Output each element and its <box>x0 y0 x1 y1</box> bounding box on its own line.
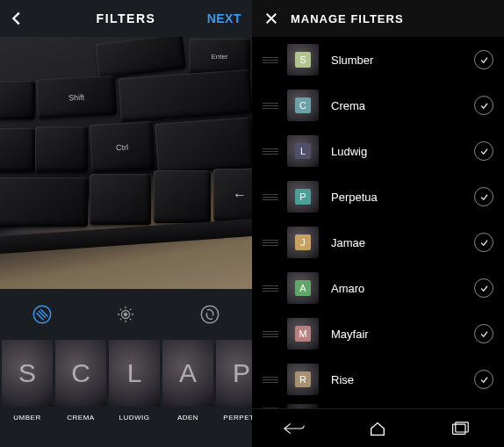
list-item[interactable]: CCrema <box>252 83 504 128</box>
manage-filter-list[interactable]: SSlumberCCremaLLudwigPPerpetuaJJamaeAAma… <box>252 37 504 408</box>
filter-letter-badge: L <box>295 143 311 159</box>
filter-strip[interactable]: SUMBERCCREMALLUDWIGAADENPPERPETU <box>0 340 252 447</box>
filter-name: Ludwig <box>331 145 474 158</box>
filter-item[interactable]: LLUDWIG <box>109 340 160 422</box>
filter-label: PERPETU <box>223 414 252 422</box>
filter-letter-badge: J <box>295 234 311 250</box>
list-item[interactable]: RRise <box>252 357 504 402</box>
drag-handle-icon[interactable] <box>263 148 278 155</box>
checkmark-icon[interactable] <box>474 233 493 252</box>
key-ctrl: Ctrl <box>90 121 155 173</box>
key-enter: Enter <box>189 39 250 74</box>
checkmark-icon[interactable] <box>474 96 493 115</box>
filter-letter-badge: C <box>295 97 311 113</box>
filter-item[interactable]: CCREMA <box>55 340 106 422</box>
svg-rect-5 <box>456 422 468 431</box>
filter-thumb: M <box>287 318 319 350</box>
filter-letter-badge: A <box>295 280 311 296</box>
filter-name: Slumber <box>331 54 474 67</box>
back-button[interactable] <box>7 0 26 37</box>
filter-letter-badge: R <box>295 371 311 387</box>
checkmark-icon[interactable] <box>474 50 493 69</box>
list-item[interactable]: MMayfair <box>252 311 504 357</box>
checkmark-icon[interactable] <box>474 370 493 389</box>
photo-preview[interactable]: Enter Shift Ctrl ← <box>0 37 252 289</box>
drag-handle-icon[interactable] <box>263 194 278 200</box>
filter-item[interactable]: PPERPETU <box>216 340 252 422</box>
list-item[interactable]: JJamae <box>252 220 504 265</box>
filter-thumb: P <box>216 340 252 407</box>
android-navbar <box>252 408 504 447</box>
checkmark-icon[interactable] <box>474 278 493 298</box>
filter-name: Perpetua <box>331 191 474 204</box>
close-button[interactable] <box>257 0 285 37</box>
filter-thumb: P <box>287 181 319 213</box>
drag-handle-icon[interactable] <box>263 377 278 383</box>
filter-name: Rise <box>331 373 474 386</box>
list-item[interactable]: SSlumber <box>252 37 504 83</box>
filter-item[interactable]: AADEN <box>162 340 213 422</box>
filter-thumb: C <box>287 90 319 121</box>
key-shift: Shift <box>36 76 117 119</box>
nav-recents-button[interactable] <box>436 421 488 436</box>
checkmark-icon[interactable] <box>474 141 493 161</box>
filter-label: UMBER <box>13 414 40 422</box>
filter-label: CREMA <box>67 414 94 422</box>
checkmark-icon[interactable] <box>474 187 493 206</box>
svg-rect-4 <box>453 424 465 434</box>
filter-thumb: S <box>287 44 319 76</box>
drag-handle-icon[interactable] <box>263 103 278 109</box>
tools-tab-icon[interactable] <box>198 302 222 327</box>
filter-thumb: A <box>287 272 319 304</box>
drag-handle-icon[interactable] <box>263 57 278 63</box>
filter-thumb: S <box>2 340 53 407</box>
header: MANAGE FILTERS <box>252 0 504 37</box>
drag-handle-icon[interactable] <box>263 407 278 408</box>
next-button[interactable]: NEXT <box>207 0 241 37</box>
filter-name: Crema <box>331 99 474 112</box>
filter-letter-badge: M <box>295 326 311 342</box>
tools-row <box>0 289 252 340</box>
filter-thumb: R <box>287 364 319 395</box>
nav-back-button[interactable] <box>268 420 320 437</box>
checkmark-icon[interactable] <box>474 324 493 343</box>
drag-handle-icon[interactable] <box>263 331 278 337</box>
manage-filters-screen: MANAGE FILTERS SSlumberCCremaLLudwigPPer… <box>252 0 504 447</box>
filter-item[interactable]: SUMBER <box>2 340 53 422</box>
page-title: MANAGE FILTERS <box>291 12 404 25</box>
nav-home-button[interactable] <box>351 419 404 438</box>
list-item[interactable]: LLudwig <box>252 128 504 174</box>
svg-point-3 <box>201 306 219 323</box>
filter-label: LUDWIG <box>119 414 150 422</box>
filter-name: Amaro <box>331 282 474 295</box>
list-item[interactable]: PPerpetua <box>252 174 504 220</box>
filters-tab-icon[interactable] <box>30 302 54 327</box>
lux-tab-icon[interactable] <box>113 302 138 327</box>
list-item[interactable]: AAmaro <box>252 265 504 311</box>
list-item[interactable] <box>252 402 504 408</box>
filter-name: Jamae <box>331 236 474 249</box>
header: FILTERS NEXT <box>0 0 252 37</box>
filter-letter-badge: S <box>295 52 311 68</box>
filter-thumb: C <box>55 340 106 407</box>
filters-screen: FILTERS NEXT Enter Shift Ctrl ← <box>0 0 252 447</box>
filter-thumb <box>287 404 319 408</box>
svg-point-2 <box>125 314 127 316</box>
filter-thumb: L <box>287 135 319 167</box>
page-title: FILTERS <box>97 11 156 25</box>
drag-handle-icon[interactable] <box>263 285 278 292</box>
filter-name: Mayfair <box>331 328 474 341</box>
filter-thumb: L <box>109 340 160 407</box>
filter-thumb: J <box>287 227 319 258</box>
filter-thumb: A <box>162 340 213 407</box>
drag-handle-icon[interactable] <box>263 240 278 246</box>
filter-letter-badge: P <box>295 189 311 205</box>
filter-label: ADEN <box>177 414 198 422</box>
